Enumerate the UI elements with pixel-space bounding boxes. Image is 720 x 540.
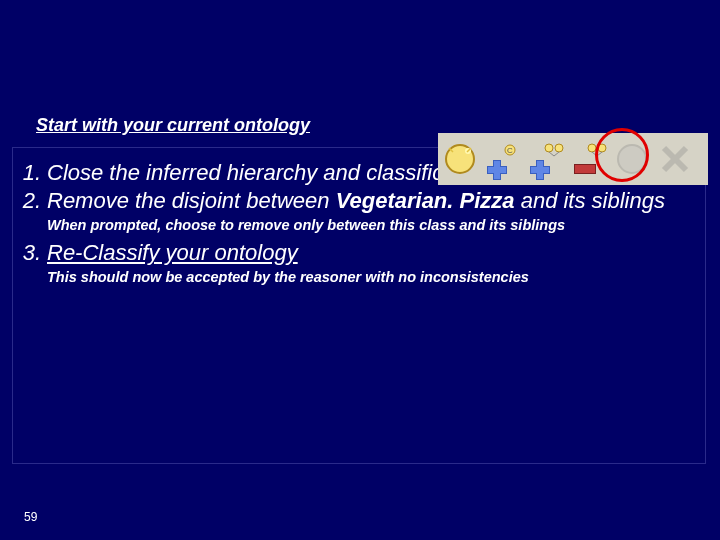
step-1-number: 1. — [17, 160, 47, 186]
add-sibling-button[interactable] — [526, 139, 566, 179]
svg-line-10 — [549, 152, 554, 156]
svg-point-9 — [555, 144, 563, 152]
step-3: 3. Re-Classify your ontology — [13, 240, 705, 266]
step-2-number: 2. — [17, 188, 47, 214]
add-subclass-button[interactable]: C — [483, 139, 523, 179]
step-2-post: and its siblings — [515, 188, 665, 213]
svg-point-8 — [545, 144, 553, 152]
step-2-note: When prompted, choose to remove only bet… — [13, 216, 705, 234]
step-2: 2. Remove the disjoint between Vegetaria… — [13, 188, 705, 214]
step-3-text: Re-Classify your ontology — [47, 240, 705, 266]
svg-text:C: C — [507, 146, 513, 155]
intro-line: Start with your current ontology — [36, 115, 310, 136]
cut-x-icon — [658, 142, 692, 176]
svg-line-11 — [554, 152, 559, 156]
cut-class-button[interactable] — [655, 139, 695, 179]
step-3-number: 3. — [17, 240, 47, 266]
content-box: 1. Close the inferred hierarchy and clas… — [12, 147, 706, 464]
create-class-button[interactable] — [440, 139, 480, 179]
step-3-note: This should now be accepted by the reaso… — [13, 268, 705, 286]
plus-sibling-icon — [529, 142, 563, 176]
page-number: 59 — [24, 510, 37, 524]
svg-rect-15 — [531, 167, 549, 173]
step-2-bold: Vegetarian. Pizza — [336, 188, 515, 213]
circle-create-icon — [443, 142, 477, 176]
svg-rect-7 — [488, 167, 506, 173]
svg-rect-21 — [575, 165, 595, 173]
plus-subclass-icon: C — [486, 142, 520, 176]
step-2-text: Remove the disjoint between Vegetarian. … — [47, 188, 705, 214]
step-2-pre: Remove the disjoint between — [47, 188, 336, 213]
toolbar: C — [438, 133, 708, 185]
highlight-circle — [595, 128, 649, 182]
